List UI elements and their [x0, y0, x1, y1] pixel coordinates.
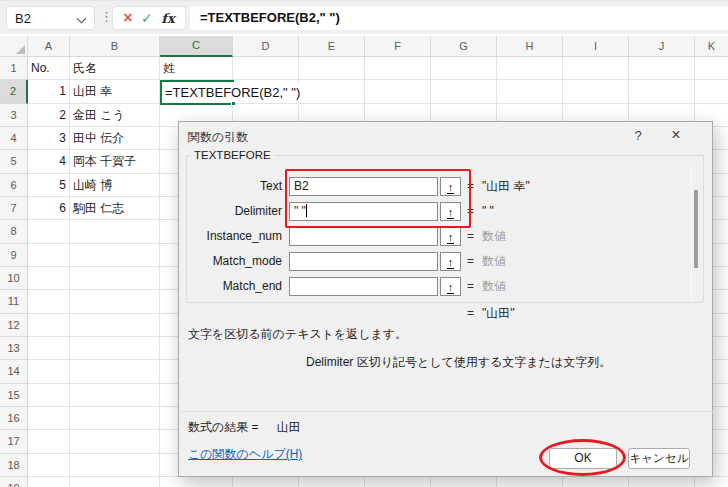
- cell-F2[interactable]: [365, 80, 431, 103]
- cell-B3[interactable]: 金田 こう: [70, 104, 160, 127]
- cell-A1[interactable]: No.: [28, 57, 70, 80]
- cell-J19[interactable]: [629, 477, 695, 487]
- row-header-16[interactable]: 16: [0, 407, 28, 430]
- cell-B5[interactable]: 岡本 千賀子: [70, 150, 160, 173]
- column-header-E[interactable]: E: [299, 36, 365, 57]
- select-all-corner[interactable]: [0, 36, 28, 57]
- cell-A11[interactable]: [28, 290, 70, 313]
- cell-B2[interactable]: 山田 幸: [70, 80, 160, 103]
- cell-H2[interactable]: [497, 80, 563, 103]
- row-header-15[interactable]: 15: [0, 384, 28, 407]
- row-header-11[interactable]: 11: [0, 290, 28, 313]
- cell-B8[interactable]: [70, 220, 160, 243]
- instance-num-field[interactable]: [289, 227, 438, 246]
- cell-A2[interactable]: 1: [28, 80, 70, 103]
- column-header-C[interactable]: C: [160, 36, 233, 57]
- cell-D19[interactable]: [233, 477, 299, 487]
- cell-E2[interactable]: [299, 80, 365, 103]
- cell-B11[interactable]: [70, 290, 160, 313]
- cell-K19[interactable]: [695, 477, 728, 487]
- cell-A7[interactable]: 6: [28, 197, 70, 220]
- cell-F1[interactable]: [365, 57, 431, 80]
- cell-K2[interactable]: [695, 80, 728, 103]
- chevron-down-icon[interactable]: [77, 14, 87, 24]
- cell-A15[interactable]: [28, 384, 70, 407]
- row-header-4[interactable]: 4: [0, 127, 28, 150]
- row-header-10[interactable]: 10: [0, 267, 28, 290]
- row-header-2[interactable]: 2: [0, 80, 28, 103]
- cell-E19[interactable]: [299, 477, 365, 487]
- cell-A4[interactable]: 3: [28, 127, 70, 150]
- cell-H19[interactable]: [497, 477, 563, 487]
- cell-G19[interactable]: [431, 477, 497, 487]
- active-cell-c2[interactable]: =TEXTBEFORE(B2," "): [160, 80, 234, 105]
- row-header-19[interactable]: 19: [0, 477, 28, 487]
- formula-input[interactable]: =TEXTBEFORE(B2," "): [190, 6, 728, 30]
- row-header-17[interactable]: 17: [0, 430, 28, 453]
- column-header-I[interactable]: I: [563, 36, 629, 57]
- cell-H1[interactable]: [497, 57, 563, 80]
- row-header-6[interactable]: 6: [0, 174, 28, 197]
- cell-A5[interactable]: 4: [28, 150, 70, 173]
- column-header-J[interactable]: J: [629, 36, 695, 57]
- cell-A18[interactable]: [28, 454, 70, 477]
- cell-K1[interactable]: [695, 57, 728, 80]
- cell-B13[interactable]: [70, 337, 160, 360]
- row-header-1[interactable]: 1: [0, 57, 28, 80]
- cell-A8[interactable]: [28, 220, 70, 243]
- fill-handle[interactable]: [231, 101, 236, 106]
- collapse-dialog-button-instance-num[interactable]: ↑: [440, 227, 461, 246]
- collapse-dialog-button-match-mode[interactable]: ↑: [440, 252, 461, 271]
- cell-C19[interactable]: [160, 477, 233, 487]
- cell-A13[interactable]: [28, 337, 70, 360]
- cell-B19[interactable]: [70, 477, 160, 487]
- cell-B10[interactable]: [70, 267, 160, 290]
- match-mode-field[interactable]: [289, 252, 438, 271]
- close-icon[interactable]: ×: [663, 124, 689, 146]
- column-header-K[interactable]: K: [695, 36, 728, 57]
- cell-A3[interactable]: 2: [28, 104, 70, 127]
- row-header-13[interactable]: 13: [0, 337, 28, 360]
- cell-D1[interactable]: [233, 57, 299, 80]
- help-icon[interactable]: ?: [627, 125, 649, 147]
- cell-C1[interactable]: 姓: [160, 57, 233, 80]
- column-header-B[interactable]: B: [70, 36, 160, 57]
- row-header-9[interactable]: 9: [0, 244, 28, 267]
- cell-A10[interactable]: [28, 267, 70, 290]
- cancel-icon[interactable]: ×: [123, 10, 132, 26]
- cell-A17[interactable]: [28, 430, 70, 453]
- match-end-field[interactable]: [289, 277, 438, 296]
- collapse-dialog-button-match-end[interactable]: ↑: [440, 277, 461, 296]
- column-header-H[interactable]: H: [497, 36, 563, 57]
- insert-function-icon[interactable]: fx: [161, 12, 174, 25]
- cell-A19[interactable]: [28, 477, 70, 487]
- enter-icon[interactable]: ✓: [141, 11, 153, 25]
- cell-B4[interactable]: 田中 伝介: [70, 127, 160, 150]
- cell-B12[interactable]: [70, 314, 160, 337]
- cell-J2[interactable]: [629, 80, 695, 103]
- cell-B17[interactable]: [70, 430, 160, 453]
- column-header-F[interactable]: F: [365, 36, 431, 57]
- cancel-button[interactable]: キャンセル: [628, 448, 690, 469]
- cell-B9[interactable]: [70, 244, 160, 267]
- column-header-A[interactable]: A: [28, 36, 70, 57]
- cell-I1[interactable]: [563, 57, 629, 80]
- cell-E1[interactable]: [299, 57, 365, 80]
- row-header-18[interactable]: 18: [0, 454, 28, 477]
- name-box[interactable]: B2: [6, 6, 95, 30]
- cell-F19[interactable]: [365, 477, 431, 487]
- cell-B14[interactable]: [70, 360, 160, 383]
- row-header-12[interactable]: 12: [0, 314, 28, 337]
- cell-A16[interactable]: [28, 407, 70, 430]
- cell-J1[interactable]: [629, 57, 695, 80]
- cell-G1[interactable]: [431, 57, 497, 80]
- cell-A12[interactable]: [28, 314, 70, 337]
- row-header-7[interactable]: 7: [0, 197, 28, 220]
- row-header-3[interactable]: 3: [0, 104, 28, 127]
- row-header-5[interactable]: 5: [0, 150, 28, 173]
- row-header-8[interactable]: 8: [0, 220, 28, 243]
- cell-B15[interactable]: [70, 384, 160, 407]
- cell-B1[interactable]: 氏名: [70, 57, 160, 80]
- cell-A6[interactable]: 5: [28, 174, 70, 197]
- cell-A14[interactable]: [28, 360, 70, 383]
